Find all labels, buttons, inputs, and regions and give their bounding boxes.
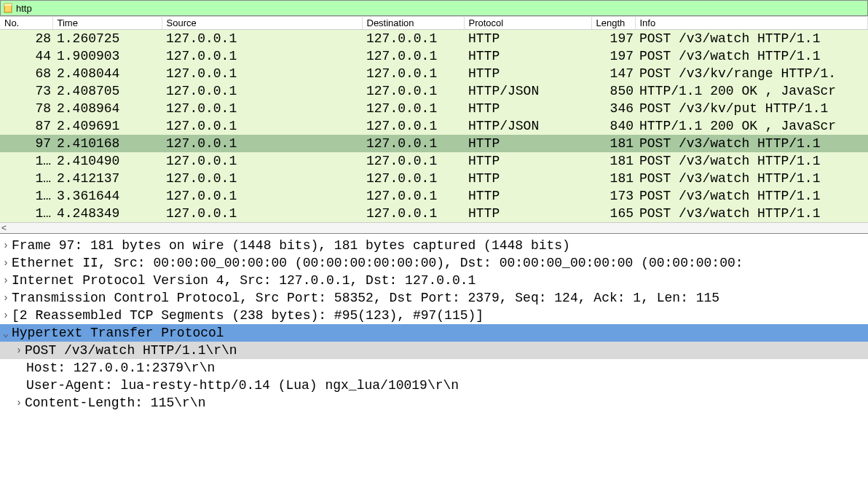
packet-list-table: No. Time Source Destination Protocol Len… [0,16,868,222]
cell-proto: HTTP [464,47,591,65]
col-header-no[interactable]: No. [0,17,52,30]
detail-http-host[interactable]: Host: 127.0.0.1:2379\r\n [0,359,868,377]
cell-info: POST /v3/watch HTTP/1.1 [635,47,868,65]
detail-ethernet[interactable]: › Ethernet II, Src: 00:00:00_00:00:00 (0… [0,254,868,272]
cell-info: POST /v3/watch HTTP/1.1 [635,187,868,205]
chevron-down-icon[interactable]: ⌄ [0,327,12,339]
cell-info: POST /v3/watch HTTP/1.1 [635,170,868,187]
col-header-protocol[interactable]: Protocol [464,17,591,30]
cell-dst: 127.0.0.1 [362,47,464,65]
cell-no: 1… [0,205,52,222]
display-filter-bar[interactable]: http [0,0,868,16]
cell-len: 850 [591,82,635,100]
cell-time: 2.410490 [52,152,162,170]
display-filter-text[interactable]: http [16,3,32,14]
detail-http-request-line[interactable]: › POST /v3/watch HTTP/1.1\r\n [0,342,868,359]
packet-row[interactable]: 1…3.361644127.0.0.1127.0.0.1HTTP173POST … [0,187,868,205]
cell-src: 127.0.0.1 [162,152,362,170]
cell-src: 127.0.0.1 [162,82,362,100]
cell-src: 127.0.0.1 [162,100,362,117]
svg-rect-1 [4,4,12,6]
packet-row[interactable]: 1…2.412137127.0.0.1127.0.0.1HTTP181POST … [0,170,868,187]
chevron-right-icon[interactable]: › [13,397,25,409]
col-header-destination[interactable]: Destination [362,17,464,30]
cell-src: 127.0.0.1 [162,30,362,48]
cell-proto: HTTP [464,30,591,48]
packet-row[interactable]: 732.408705127.0.0.1127.0.0.1HTTP/JSON850… [0,82,868,100]
col-header-source[interactable]: Source [162,17,362,30]
packet-row[interactable]: 1…2.410490127.0.0.1127.0.0.1HTTP181POST … [0,152,868,170]
cell-no: 1… [0,170,52,187]
cell-src: 127.0.0.1 [162,170,362,187]
cell-no: 1… [0,152,52,170]
tcp-summary: Transmission Control Protocol, Src Port:… [12,291,719,305]
cell-no: 78 [0,100,52,117]
cell-info: POST /v3/watch HTTP/1.1 [635,135,868,152]
packet-row[interactable]: 281.260725127.0.0.1127.0.0.1HTTP197POST … [0,30,868,48]
cell-len: 165 [591,205,635,222]
cell-dst: 127.0.0.1 [362,135,464,152]
cell-time: 1.260725 [52,30,162,48]
packet-list-header-row[interactable]: No. Time Source Destination Protocol Len… [0,17,868,30]
detail-http-content-length[interactable]: › Content-Length: 115\r\n [0,394,868,412]
col-header-time[interactable]: Time [52,17,162,30]
packet-row[interactable]: 1…4.248349127.0.0.1127.0.0.1HTTP165POST … [0,205,868,222]
cell-no: 73 [0,82,52,100]
http-user-agent-header: User-Agent: lua-resty-http/0.14 (Lua) ng… [26,378,459,393]
cell-src: 127.0.0.1 [162,117,362,135]
http-request-line: POST /v3/watch HTTP/1.1\r\n [25,343,237,358]
packet-row[interactable]: 872.409691127.0.0.1127.0.0.1HTTP/JSON840… [0,117,868,135]
cell-len: 147 [591,65,635,82]
cell-dst: 127.0.0.1 [362,30,464,48]
cell-time: 2.412137 [52,170,162,187]
cell-dst: 127.0.0.1 [362,65,464,82]
cell-dst: 127.0.0.1 [362,117,464,135]
cell-info: POST /v3/watch HTTP/1.1 [635,152,868,170]
chevron-right-icon[interactable]: › [0,275,12,286]
packet-row[interactable]: 682.408044127.0.0.1127.0.0.1HTTP147POST … [0,65,868,82]
ip-summary: Internet Protocol Version 4, Src: 127.0.… [12,273,476,288]
cell-len: 197 [591,47,635,65]
packet-list-hscroll[interactable]: < [0,222,868,234]
cell-src: 127.0.0.1 [162,65,362,82]
cell-src: 127.0.0.1 [162,135,362,152]
cell-info: POST /v3/kv/range HTTP/1. [635,65,868,82]
packet-row[interactable]: 782.408964127.0.0.1127.0.0.1HTTP346POST … [0,100,868,117]
packet-row[interactable]: 972.410168127.0.0.1127.0.0.1HTTP181POST … [0,135,868,152]
chevron-right-icon[interactable]: › [0,240,12,251]
detail-ip[interactable]: › Internet Protocol Version 4, Src: 127.… [0,272,868,289]
reassembled-summary: [2 Reassembled TCP Segments (238 bytes):… [12,308,484,323]
cell-proto: HTTP/JSON [464,82,591,100]
col-header-info[interactable]: Info [635,17,868,30]
detail-frame[interactable]: › Frame 97: 181 bytes on wire (1448 bits… [0,237,868,254]
chevron-right-icon[interactable]: › [0,310,12,321]
chevron-right-icon[interactable]: › [0,292,12,304]
cell-time: 2.408044 [52,65,162,82]
packet-details-pane: › Frame 97: 181 bytes on wire (1448 bits… [0,234,868,412]
cell-proto: HTTP [464,135,591,152]
frame-summary: Frame 97: 181 bytes on wire (1448 bits),… [12,238,570,253]
chevron-right-icon[interactable]: › [0,257,12,269]
cell-no: 87 [0,117,52,135]
detail-reassembled[interactable]: › [2 Reassembled TCP Segments (238 bytes… [0,307,868,324]
cell-time: 2.408964 [52,100,162,117]
detail-http[interactable]: ⌄ Hypertext Transfer Protocol [0,324,868,342]
http-host-header: Host: 127.0.0.1:2379\r\n [26,361,215,375]
cell-dst: 127.0.0.1 [362,100,464,117]
chevron-right-icon[interactable]: › [13,345,25,356]
cell-proto: HTTP [464,152,591,170]
cell-no: 44 [0,47,52,65]
cell-no: 97 [0,135,52,152]
cell-dst: 127.0.0.1 [362,152,464,170]
cell-time: 3.361644 [52,187,162,205]
cell-len: 840 [591,117,635,135]
cell-len: 181 [591,135,635,152]
cell-src: 127.0.0.1 [162,205,362,222]
http-protocol-label: Hypertext Transfer Protocol [12,326,224,340]
cell-len: 173 [591,187,635,205]
col-header-length[interactable]: Length [591,17,635,30]
cell-dst: 127.0.0.1 [362,82,464,100]
detail-http-user-agent[interactable]: User-Agent: lua-resty-http/0.14 (Lua) ng… [0,377,868,394]
packet-row[interactable]: 441.900903127.0.0.1127.0.0.1HTTP197POST … [0,47,868,65]
detail-tcp[interactable]: › Transmission Control Protocol, Src Por… [0,289,868,307]
